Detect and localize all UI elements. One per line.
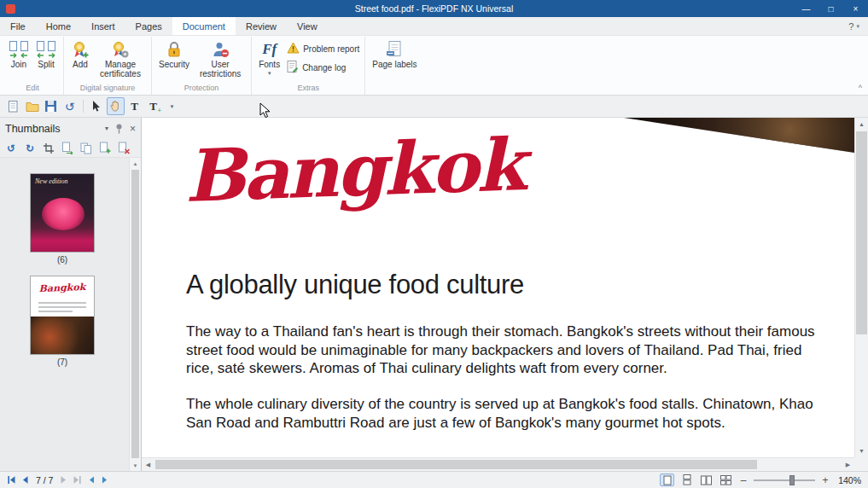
page-icon[interactable] xyxy=(4,97,22,115)
tab-insert[interactable]: Insert xyxy=(81,17,125,35)
continuous-view-icon[interactable] xyxy=(679,473,694,486)
save-icon[interactable] xyxy=(42,97,60,115)
collapse-ribbon-button[interactable]: ^ xyxy=(859,84,862,92)
minimize-button[interactable]: — xyxy=(794,0,818,17)
security-button[interactable]: Security xyxy=(155,37,193,69)
thumbnail-image-7[interactable]: Bangkok xyxy=(30,276,95,355)
thumbnails-panel-header: Thumbnails ▾ × xyxy=(0,118,141,139)
horizontal-scrollbar[interactable]: ◀ ▶ xyxy=(142,457,854,471)
document-area: Bangkok A globally unique food culture T… xyxy=(142,118,868,471)
statusbar: 7 / 7 – + 140% xyxy=(0,471,868,488)
delete-page-icon[interactable] xyxy=(117,142,131,155)
help-menu[interactable]: ? ▾ xyxy=(848,17,868,35)
tab-review[interactable]: Review xyxy=(236,17,287,35)
restore-button[interactable]: □ xyxy=(818,0,843,17)
manage-certificates-button[interactable]: Manage certificates xyxy=(93,37,148,78)
thumbnail-page-7[interactable]: Bangkok (7) xyxy=(29,276,96,367)
scroll-right-icon[interactable]: ▶ xyxy=(842,458,854,471)
close-button[interactable]: × xyxy=(843,0,868,17)
extract-page-icon[interactable] xyxy=(61,142,74,155)
document-paragraph-1[interactable]: The way to a Thailand fan's heart is thr… xyxy=(186,322,831,378)
quick-toolbar: ↺ T T+ ▾ xyxy=(0,96,868,118)
facing-pages-view-icon[interactable] xyxy=(699,473,714,486)
vertical-scrollbar[interactable]: ▲ ▼ xyxy=(854,118,868,457)
workspace: Thumbnails ▾ × ↺ ↻ xyxy=(0,118,868,471)
last-page-icon[interactable] xyxy=(73,475,82,485)
app-logo-icon xyxy=(6,4,15,14)
document-paragraph-2[interactable]: The whole culinary diversity of the coun… xyxy=(186,395,831,432)
crop-icon[interactable] xyxy=(42,142,55,155)
vertical-scrollbar-thumb[interactable] xyxy=(856,131,867,334)
panel-close-icon[interactable]: × xyxy=(130,123,136,135)
copy-page-icon[interactable] xyxy=(79,142,93,155)
thumbnail-7-caption: Bangkok xyxy=(31,282,94,295)
tab-file[interactable]: File xyxy=(0,17,36,35)
fonts-icon: Ff xyxy=(262,39,277,59)
group-label-edit: Edit xyxy=(5,83,60,95)
pin-icon[interactable] xyxy=(115,124,123,134)
thumbnails-toolbar: ↺ ↻ xyxy=(0,139,141,157)
page-navigation: 7 / 7 xyxy=(0,475,109,485)
group-label-digital-signature: Digital signature xyxy=(67,83,148,95)
user-restrictions-button[interactable]: User restrictions xyxy=(193,37,248,78)
toolbar-overflow-icon[interactable]: ▾ xyxy=(163,97,181,115)
previous-page-icon[interactable] xyxy=(21,475,29,485)
previous-view-icon[interactable] xyxy=(87,475,96,485)
panel-scrollbar[interactable]: ▲ ▼ xyxy=(129,158,141,471)
first-page-icon[interactable] xyxy=(7,475,16,485)
tab-home[interactable]: Home xyxy=(36,17,81,35)
join-icon xyxy=(9,39,29,59)
fonts-button[interactable]: Ff Fonts ▾ xyxy=(255,37,283,77)
next-view-icon[interactable] xyxy=(101,475,109,485)
group-label-extras: Extras xyxy=(255,83,361,95)
horizontal-scrollbar-thumb[interactable] xyxy=(155,460,757,469)
rotate-left-icon[interactable]: ↺ xyxy=(4,142,18,155)
warning-icon xyxy=(287,42,300,55)
thumbnails-panel: Thumbnails ▾ × ↺ ↻ xyxy=(0,118,142,471)
hand-tool-icon[interactable] xyxy=(107,97,125,115)
zoom-in-button[interactable]: + xyxy=(820,474,830,486)
next-page-icon[interactable] xyxy=(60,475,67,485)
window-controls: — □ × xyxy=(794,0,868,17)
panel-menu-chevron-icon[interactable]: ▾ xyxy=(105,125,108,132)
ribbon-tabbar: File Home Insert Pages Document Review V… xyxy=(0,17,868,36)
zoom-slider-thumb[interactable] xyxy=(789,475,795,485)
chevron-down-icon: ▾ xyxy=(856,23,859,30)
add-text-tool-icon[interactable]: T+ xyxy=(144,97,162,115)
scroll-down-icon[interactable]: ▼ xyxy=(855,444,868,457)
rotate-right-icon[interactable]: ↻ xyxy=(23,142,37,155)
undo-icon[interactable]: ↺ xyxy=(61,97,79,115)
scroll-up-icon[interactable]: ▲ xyxy=(855,118,868,131)
document-heading[interactable]: A globally unique food culture xyxy=(186,270,524,300)
scroll-down-icon[interactable]: ▼ xyxy=(130,460,141,471)
add-signature-button[interactable]: Add xyxy=(67,37,93,69)
join-button[interactable]: Join xyxy=(5,37,32,69)
page-labels-button[interactable]: Page labels xyxy=(369,37,420,69)
select-tool-icon[interactable] xyxy=(88,97,106,115)
ribbon: Join Split Edit Add Manage xyxy=(0,36,868,96)
thumbnail-page-6[interactable]: New edition (6) xyxy=(29,173,96,264)
scroll-up-icon[interactable]: ▲ xyxy=(130,158,141,169)
tab-view[interactable]: View xyxy=(287,17,328,35)
zoom-slider[interactable] xyxy=(754,479,815,481)
insert-page-icon[interactable] xyxy=(98,142,112,155)
pdf-page[interactable]: Bangkok A globally unique food culture T… xyxy=(142,118,854,457)
edit-text-tool-icon[interactable]: T xyxy=(125,97,143,115)
page-labels-icon xyxy=(385,39,404,59)
tab-pages[interactable]: Pages xyxy=(125,17,172,35)
scrollbar-corner xyxy=(854,457,868,471)
continuous-facing-view-icon[interactable] xyxy=(719,473,733,486)
ribbon-group-page-labels: Page labels xyxy=(365,37,423,95)
panel-title: Thumbnails xyxy=(5,123,61,135)
change-log-button[interactable]: Change log xyxy=(287,61,359,75)
open-folder-icon[interactable] xyxy=(23,97,41,115)
zoom-out-button[interactable]: – xyxy=(738,474,749,486)
bangkok-title[interactable]: Bangkok xyxy=(184,129,524,212)
single-page-view-icon[interactable] xyxy=(660,473,674,486)
problem-report-button[interactable]: Problem report xyxy=(287,42,359,55)
scroll-left-icon[interactable]: ◀ xyxy=(142,458,154,471)
tab-document[interactable]: Document xyxy=(172,17,236,35)
split-button[interactable]: Split xyxy=(32,37,60,69)
thumbnail-image-6[interactable]: New edition xyxy=(30,173,95,253)
panel-scrollbar-thumb[interactable] xyxy=(131,170,139,458)
